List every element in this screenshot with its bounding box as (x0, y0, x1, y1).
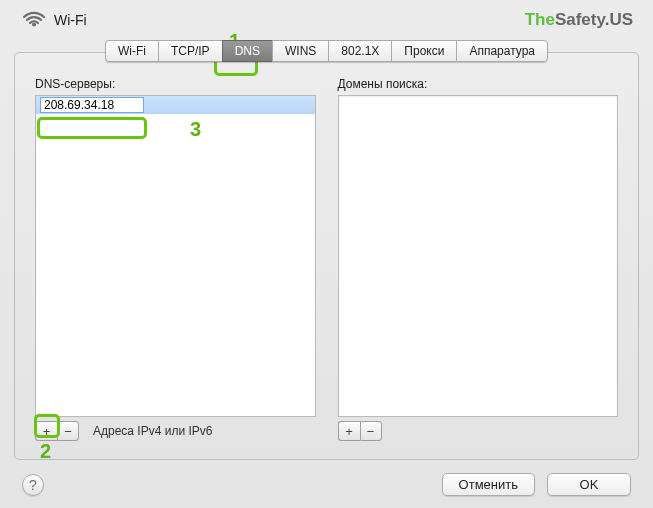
dns-server-input[interactable] (40, 97, 144, 113)
tab-wifi[interactable]: Wi-Fi (105, 40, 158, 62)
page-title: Wi-Fi (54, 12, 525, 28)
tab-8021x[interactable]: 802.1X (328, 40, 391, 62)
cancel-button[interactable]: Отменить (442, 473, 535, 496)
dns-hint: Адреса IPv4 или IPv6 (93, 424, 212, 438)
settings-panel: DNS-серверы: + − Адреса IPv4 или IPv6 До… (14, 52, 639, 460)
domain-remove-button[interactable]: − (360, 421, 382, 441)
dns-servers-list[interactable] (35, 95, 316, 417)
tab-dns[interactable]: DNS (222, 40, 272, 62)
dns-server-row[interactable] (36, 96, 315, 114)
brand-logo: TheSafety.US (525, 10, 633, 30)
tab-proxy[interactable]: Прокси (391, 40, 456, 62)
domain-add-button[interactable]: + (338, 421, 360, 441)
tab-wins[interactable]: WINS (272, 40, 328, 62)
help-button[interactable]: ? (22, 474, 44, 496)
ok-button[interactable]: OK (547, 473, 631, 496)
tab-tcpip[interactable]: TCP/IP (158, 40, 222, 62)
dns-add-button[interactable]: + (35, 421, 57, 441)
tab-bar: Wi-Fi TCP/IP DNS WINS 802.1X Прокси Аппа… (105, 40, 548, 62)
dns-remove-button[interactable]: − (57, 421, 79, 441)
search-domains-label: Домены поиска: (338, 77, 619, 91)
dns-servers-label: DNS-серверы: (35, 77, 316, 91)
tab-hardware[interactable]: Аппаратура (456, 40, 548, 62)
wifi-icon (22, 11, 46, 29)
search-domains-list[interactable] (338, 95, 619, 417)
